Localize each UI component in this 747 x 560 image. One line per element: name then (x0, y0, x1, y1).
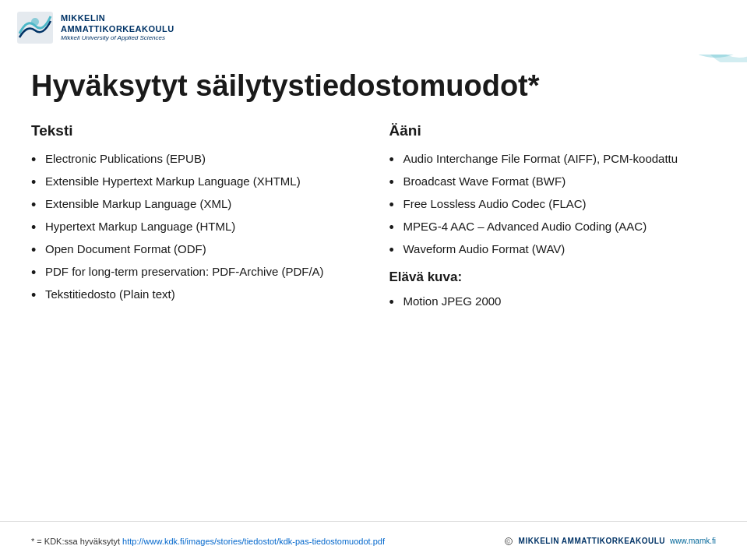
page-title: Hyväksytyt säilytystiedostomuodot* (31, 70, 716, 103)
list-item: Hypertext Markup Language (HTML) (31, 215, 358, 238)
aani-list: Audio Interchange File Format (AIFF), PC… (389, 147, 717, 260)
two-column-layout: Teksti Electronic Publications (EPUB) Ex… (31, 122, 716, 312)
left-column: Teksti Electronic Publications (EPUB) Ex… (31, 122, 358, 312)
logo: MIKKELIN AMMATTIKORKEAKOULU Mikkeli Univ… (16, 10, 174, 45)
copyright-icon: © (505, 537, 513, 545)
page-header: MIKKELIN AMMATTIKORKEAKOULU Mikkeli Univ… (0, 0, 747, 55)
list-item: PDF for long-term preservation: PDF-Arch… (31, 260, 358, 283)
list-item: Broadcast Wave Format (BWF) (389, 170, 717, 192)
svg-point-4 (31, 18, 39, 26)
footer-brand: © MIKKELIN AMMATTIKORKEAKOULU www.mamk.f… (505, 537, 716, 545)
footer-brand-name: MIKKELIN AMMATTIKORKEAKOULU (519, 537, 665, 545)
main-content: Hyväksytyt säilytystiedostomuodot* Tekst… (0, 55, 747, 320)
logo-text: MIKKELIN AMMATTIKORKEAKOULU Mikkeli Univ… (61, 13, 174, 41)
footer-website: www.mamk.fi (670, 537, 716, 545)
teksti-list: Electronic Publications (EPUB) Extensibl… (31, 147, 358, 305)
list-item: Electronic Publications (EPUB) (31, 147, 358, 170)
list-item: Free Lossless Audio Codec (FLAC) (389, 192, 717, 215)
elava-kuva-heading: Elävä kuva: (389, 269, 717, 285)
logo-title-line2: AMMATTIKORKEAKOULU (61, 24, 174, 34)
list-item: Waveform Audio Format (WAV) (389, 238, 717, 260)
list-item: Open Document Format (ODF) (31, 238, 358, 260)
logo-title-line1: MIKKELIN (61, 13, 174, 23)
logo-subtitle: Mikkeli University of Applied Sciences (61, 34, 174, 41)
list-item: Tekstitiedosto (Plain text) (31, 283, 358, 305)
list-item: Motion JPEG 2000 (389, 290, 717, 312)
footer-link[interactable]: http://www.kdk.fi/images/stories/tiedost… (122, 537, 385, 546)
footer-note: * = KDK:ssa hyväksytyt http://www.kdk.fi… (31, 537, 385, 546)
logo-icon (16, 10, 55, 45)
list-item: Extensible Hypertext Markup Language (XH… (31, 170, 358, 192)
list-item: Audio Interchange File Format (AIFF), PC… (389, 147, 717, 170)
left-section-heading: Teksti (31, 122, 358, 139)
right-section-heading: Ääni (389, 122, 717, 139)
footer-note-prefix: * = KDK:ssa hyväksytyt (31, 537, 122, 546)
list-item: Extensible Markup Language (XML) (31, 192, 358, 215)
right-column: Ääni Audio Interchange File Format (AIFF… (389, 122, 717, 312)
page-footer: * = KDK:ssa hyväksytyt http://www.kdk.fi… (0, 521, 747, 560)
logo-area: MIKKELIN AMMATTIKORKEAKOULU Mikkeli Univ… (16, 10, 174, 45)
elava-kuva-list: Motion JPEG 2000 (389, 290, 717, 312)
list-item: MPEG-4 AAC – Advanced Audio Coding (AAC) (389, 215, 717, 238)
